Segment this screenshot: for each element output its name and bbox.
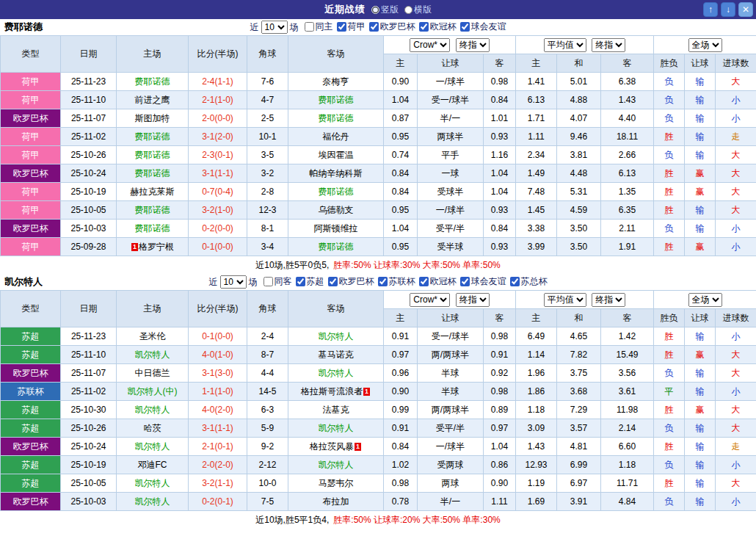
filter-checkbox[interactable]: 苏联杯	[378, 275, 415, 288]
league-cell: 苏超	[1, 419, 61, 438]
team-label: 费耶诺德	[319, 186, 354, 197]
league-cell: 苏超	[1, 474, 61, 493]
asia-away-odds-cell: 0.84	[484, 220, 516, 238]
asia-odds-type-select[interactable]: 终指	[456, 38, 490, 52]
asia-odds-provider-select[interactable]: Crow*	[410, 38, 450, 52]
checkbox-input[interactable]	[263, 277, 273, 286]
title-bar: 近期战绩 竖版 横版 ↑ ↓ ✕	[0, 0, 756, 19]
euro-odds-type-select[interactable]: 终指	[592, 38, 625, 52]
checkbox-label: 欧罗巴杯	[339, 275, 374, 288]
scope-select[interactable]: 全场	[688, 38, 722, 52]
asia-away-odds-cell: 1.04	[484, 164, 516, 183]
euro-odds-provider-select[interactable]: 平均值	[544, 293, 586, 307]
summary-line: 近10场,胜5平0负5, 胜率:50% 让球率:30% 大率:50% 单率:50…	[0, 256, 756, 274]
red-card-badge: 1	[131, 243, 138, 251]
recent-count-select[interactable]: 10	[220, 275, 247, 289]
up-arrow-icon: ↑	[708, 4, 713, 15]
column-header-type: 类型	[1, 36, 61, 73]
checkbox-label: 欧罗巴杯	[380, 21, 415, 33]
filter-checkbox[interactable]: 欧冠杯	[419, 21, 457, 33]
filter-checkbox[interactable]: 苏总杯	[510, 275, 548, 288]
date-cell: 25-10-24	[61, 438, 117, 456]
checkbox-input[interactable]	[369, 22, 379, 32]
date-cell: 25-11-10	[61, 346, 117, 364]
scroll-down-button[interactable]: ↓	[721, 2, 735, 17]
radio-vertical-input[interactable]	[371, 6, 379, 14]
checkbox-input[interactable]	[337, 22, 346, 32]
scroll-up-button[interactable]: ↑	[703, 2, 718, 17]
summary-rates: 胜率:50% 让球率:20% 大率:50% 单率:30%	[333, 514, 500, 526]
match-row: 苏超25-10-26哈茨3-1(1-1)5-9凯尔特人0.91受平/半0.973…	[1, 419, 756, 438]
layout-radio-horizontal[interactable]: 横版	[404, 4, 432, 16]
filter-checkbox[interactable]: 球会友谊	[460, 275, 506, 288]
checkbox-input[interactable]	[460, 277, 470, 286]
league-cell: 荷甲	[1, 183, 61, 201]
home-team-cell: 圣米伦	[117, 327, 189, 346]
checkbox-input[interactable]	[296, 277, 305, 286]
asia-odds-type-select[interactable]: 终指	[456, 293, 490, 307]
handicap-result-cell: 输	[685, 474, 716, 493]
asia-odds-provider-select[interactable]: Crow*	[410, 293, 450, 307]
team-label: 凯尔特人	[135, 478, 170, 488]
filter-checkbox[interactable]: 欧罗巴杯	[328, 275, 374, 288]
score-cell: 3-2(1-1)	[189, 474, 247, 493]
sub-header-asia-home: 主	[384, 54, 418, 73]
euro-away-odds-cell: 3.56	[601, 364, 654, 383]
corner-cell: 2-4	[247, 327, 288, 346]
filter-checkbox[interactable]: 同客	[263, 275, 292, 288]
team-label: 帕纳辛纳科斯	[310, 168, 363, 178]
filter-checkbox[interactable]: 同主	[305, 21, 333, 33]
checkbox-input[interactable]	[510, 277, 520, 286]
league-cell: 荷甲	[1, 238, 61, 256]
checkbox-input[interactable]	[419, 277, 429, 286]
home-team-cell: 费耶诺德	[117, 146, 189, 164]
euro-away-odds-cell: 2.66	[601, 146, 654, 164]
layout-radio-vertical[interactable]: 竖版	[371, 4, 399, 16]
team-label: 圣米伦	[139, 331, 166, 341]
euro-odds-type-select[interactable]: 终指	[592, 293, 625, 307]
away-team-cell: 凯尔特人	[288, 456, 384, 474]
asia-home-odds-cell: 0.84	[384, 438, 418, 456]
section-header: 凯尔特人 近 10 场 同客苏超欧罗巴杯苏联杯欧冠杯球会友谊苏总杯	[0, 274, 756, 290]
filter-checkbox[interactable]: 球会友谊	[460, 21, 506, 33]
result-cell: 负	[654, 493, 685, 511]
euro-draw-odds-cell: 7.82	[557, 346, 601, 364]
home-team-cell: 前进之鹰	[117, 91, 189, 109]
away-team-cell: 埃因霍温	[288, 146, 384, 164]
euro-away-odds-cell: 6.60	[601, 438, 654, 456]
team-label: 凯尔特人	[319, 331, 354, 341]
away-team-cell: 凯尔特人	[288, 327, 384, 346]
page-title: 近期战绩	[324, 3, 366, 16]
goals-result-cell: 大	[716, 474, 756, 493]
euro-odds-provider-select[interactable]: 平均值	[544, 38, 586, 52]
handicap-cell: 受球半	[418, 183, 484, 201]
euro-home-odds-cell: 1.49	[516, 164, 557, 183]
team-label: 凯尔特人	[319, 423, 354, 433]
team-label: 布拉加	[323, 496, 349, 507]
away-team-cell: 福伦丹	[288, 128, 384, 146]
score-cell: 2-1(0-1)	[189, 438, 247, 456]
filter-checkbox[interactable]: 荷甲	[337, 21, 366, 33]
league-cell: 欧罗巴杯	[1, 438, 61, 456]
filter-checkbox[interactable]: 苏超	[296, 275, 324, 288]
scope-select[interactable]: 全场	[688, 293, 722, 307]
checkbox-input[interactable]	[305, 22, 314, 32]
close-button[interactable]: ✕	[738, 2, 753, 17]
result-cell: 负	[654, 146, 685, 164]
asia-home-odds-cell: 0.91	[384, 327, 418, 346]
handicap-cell: 受平/半	[418, 419, 484, 438]
match-row: 欧罗巴杯25-10-24凯尔特人2-1(0-1)9-2格拉茨风暴10.84一/球…	[1, 438, 756, 456]
goals-result-cell: 大	[716, 146, 756, 164]
euro-away-odds-cell: 4.40	[601, 109, 654, 128]
radio-horizontal-input[interactable]	[404, 6, 412, 14]
recent-count-select[interactable]: 10	[261, 21, 288, 34]
euro-home-odds-cell: 12.93	[516, 456, 557, 474]
section-header: 费耶诺德 近 10 场 同主荷甲欧罗巴杯欧冠杯球会友谊	[0, 19, 756, 35]
filter-checkbox[interactable]: 欧罗巴杯	[369, 21, 415, 33]
euro-home-odds-cell: 1.41	[516, 73, 557, 91]
filter-checkbox[interactable]: 欧冠杯	[419, 275, 457, 288]
checkbox-input[interactable]	[460, 22, 470, 32]
checkbox-input[interactable]	[328, 277, 338, 286]
checkbox-input[interactable]	[419, 22, 429, 32]
checkbox-input[interactable]	[378, 277, 388, 286]
